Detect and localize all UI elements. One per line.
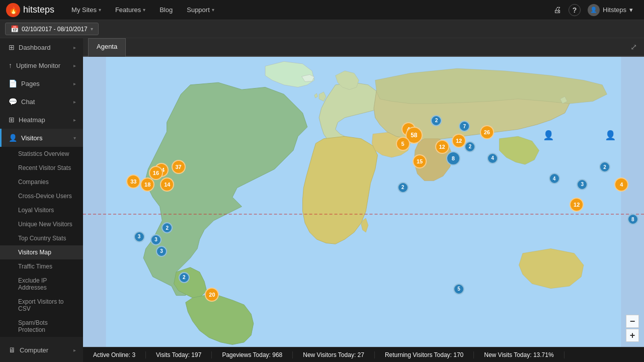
submenu-loyal-visitors[interactable]: Loyal Visitors [0,203,83,217]
main-layout: ⊞ Dashboard ▸ ↑ Uptime Monitor ▸ 📄 Pages… [0,38,644,362]
uptime-icon: ↑ [9,61,12,69]
map-marker[interactable]: 2 [431,115,442,126]
map-marker[interactable]: 2 [464,141,475,152]
status-bar: Active Online: 3 Visits Today: 197 Pagev… [83,347,644,362]
map-marker[interactable]: 3 [577,179,588,190]
chevron-right-icon: ▸ [73,99,76,105]
map-person-icon: 👤 [605,130,616,141]
zoom-in-button[interactable]: − [626,315,639,328]
fullscreen-button[interactable]: ⤢ [623,38,644,56]
sidebar-item-referral[interactable]: 🔗 Referral ▸ [0,359,83,362]
user-menu[interactable]: 👤 Hitsteps ▾ [583,4,638,16]
map-marker[interactable]: 8 [627,214,638,225]
sidebar-item-heatmap[interactable]: ⊞ Heatmap ▸ [0,111,83,129]
active-online: Active Online: 3 [83,351,146,358]
map-marker[interactable]: 7 [459,121,470,132]
submenu-recent-visitor-stats[interactable]: Recent Visitor Stats [0,161,83,175]
new-visitors-today: New Visitors Today: 27 [293,351,375,358]
submenu-top-country[interactable]: Top Country Stats [0,231,83,245]
print-button[interactable]: 🖨 [548,0,567,20]
logo[interactable]: 🔥 hitsteps [6,3,54,17]
date-bar: 📅 02/10/2017 - 08/10/2017 ▾ [0,20,644,38]
date-range-picker[interactable]: 📅 02/10/2017 - 08/10/2017 ▾ [5,23,99,35]
map-person-icon: 👤 [543,130,554,141]
zoom-controls: − + [626,315,639,342]
nav-my-sites[interactable]: My Sites ▾ [64,0,108,20]
map-marker[interactable]: 2 [179,272,190,283]
map-marker[interactable]: 12 [570,198,584,212]
chevron-down-icon: ▾ [143,7,145,13]
returning-visitors-today: Returning Visitors Today: 170 [375,351,474,358]
submenu-statistics-overview[interactable]: Statistics Overview [0,147,83,161]
map-marker[interactable]: 20 [205,288,219,302]
map-marker[interactable]: 2 [599,161,610,172]
submenu-export-csv[interactable]: Export Visitors to CSV [0,295,83,316]
sidebar-item-uptime[interactable]: ↑ Uptime Monitor ▸ [0,56,83,74]
submenu-companies[interactable]: Companies [0,175,83,189]
nav-features[interactable]: Features ▾ [108,0,152,20]
avatar: 👤 [588,4,600,16]
content-tabs: Agenta ⤢ [83,38,644,57]
pageviews-today: Pageviews Today: 968 [212,351,293,358]
zoom-out-button[interactable]: + [626,329,639,342]
submenu-exclude-ip[interactable]: Exclude IP Addresses [0,274,83,295]
map-marker[interactable]: 14 [160,177,174,192]
logo-text: hitsteps [23,5,54,15]
sidebar-item-visitors[interactable]: 👤 Visitors ▾ [0,129,83,147]
chevron-down-icon: ▾ [91,26,93,32]
chevron-right-icon: ▸ [73,117,76,123]
map-marker[interactable]: 3 [156,246,167,257]
map-marker[interactable]: 2 [162,222,173,233]
sidebar: ⊞ Dashboard ▸ ↑ Uptime Monitor ▸ 📄 Pages… [0,38,83,362]
map-marker[interactable]: 4 [614,177,628,192]
sidebar-item-pages[interactable]: 📄 Pages ▸ [0,74,83,93]
chevron-down-icon: ▾ [99,7,101,13]
sidebar-item-computer[interactable]: 🖥 Computer ▸ [0,341,83,359]
map-marker[interactable]: 26 [480,125,494,139]
nav-blog[interactable]: Blog [152,0,180,20]
submenu-spam-bots[interactable]: Spam/Bots Protection [0,316,83,337]
submenu-traffic-times[interactable]: Traffic Times [0,259,83,274]
map-marker[interactable]: 12 [452,134,466,148]
map-marker[interactable]: 3 [134,231,145,242]
tab-agenta[interactable]: Agenta [88,38,126,57]
nav-support[interactable]: Support ▾ [180,0,221,20]
map-marker[interactable]: 33 [126,174,140,189]
chevron-down-icon: ▾ [212,7,214,13]
nav-icons: 🖨 ? 👤 Hitsteps ▾ [548,0,638,20]
map-marker[interactable]: 5 [396,137,410,151]
help-button[interactable]: ? [569,4,581,16]
map-marker[interactable]: 18 [140,177,154,192]
chevron-down-icon: ▾ [629,6,633,14]
map-marker[interactable]: 8 [446,151,460,165]
sidebar-item-chat[interactable]: 💬 Chat ▸ [0,93,83,111]
map-marker[interactable]: 37 [172,160,186,174]
chevron-right-icon: ▸ [73,347,76,353]
map-marker[interactable]: 12 [435,140,449,154]
pages-icon: 📄 [9,79,17,87]
logo-icon: 🔥 [6,3,20,17]
sidebar-item-dashboard[interactable]: ⊞ Dashboard ▸ [0,38,83,56]
chevron-right-icon: ▸ [73,45,76,50]
map-marker[interactable]: 5 [453,284,464,295]
top-nav: 🔥 hitsteps My Sites ▾ Features ▾ Blog Su… [0,0,644,20]
map-background [83,57,644,347]
dashboard-icon: ⊞ [9,43,15,51]
content-area: Agenta ⤢ [83,38,644,362]
submenu-unique-new[interactable]: Unique New Visitors [0,217,83,231]
submenu-cross-device[interactable]: Cross-Device Users [0,189,83,203]
map-marker[interactable]: 3 [150,234,162,245]
map-marker[interactable]: 16 [149,166,163,180]
submenu-visitors-map[interactable]: Visitors Map [0,245,83,259]
map-marker[interactable]: 15 [413,154,427,168]
visitors-submenu: Statistics Overview Recent Visitor Stats… [0,147,83,337]
map-marker[interactable]: 2 [397,182,409,193]
calendar-icon: 📅 [11,25,19,33]
heatmap-icon: ⊞ [9,116,15,124]
map-marker[interactable]: 4 [487,153,498,164]
chevron-down-icon: ▾ [73,135,76,141]
visitors-map[interactable]: 👤 👤 143318141637333222042758512812215264… [83,57,644,347]
chevron-right-icon: ▸ [73,63,76,68]
map-marker[interactable]: 4 [549,173,560,184]
chat-icon: 💬 [9,98,17,106]
